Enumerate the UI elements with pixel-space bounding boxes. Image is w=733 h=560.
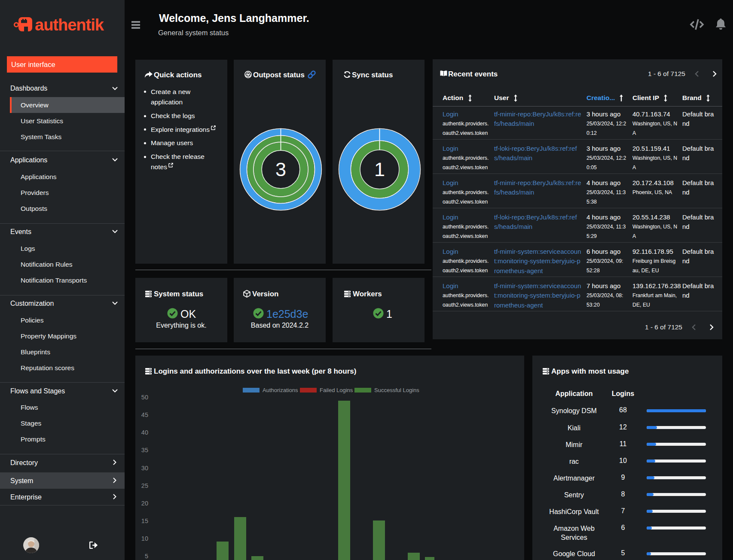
svg-text:3: 3 xyxy=(275,158,286,180)
svg-text:1: 1 xyxy=(374,158,385,180)
